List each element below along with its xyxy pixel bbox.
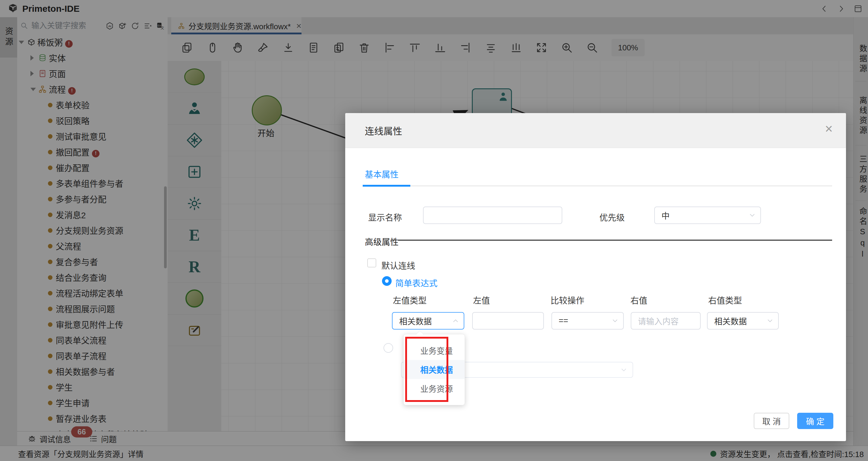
- compare-op-value: ==: [559, 316, 568, 326]
- tab-active-underline: [363, 185, 410, 187]
- advanced-section-label: 高级属性: [365, 236, 399, 248]
- column-label: 比较操作: [551, 294, 584, 306]
- left-type-select[interactable]: 相关数据: [392, 312, 464, 330]
- chevron-down-icon: [620, 366, 628, 374]
- right-type-select[interactable]: 相关数据: [707, 312, 779, 330]
- tab-divider: [365, 185, 832, 186]
- app-window: Primeton-IDE 资源 AIEn文 稀饭粥!实体页面流程!表单校验驳回策…: [0, 0, 868, 461]
- advanced-section-rule: [398, 240, 832, 241]
- simple-expression-radio[interactable]: [382, 276, 392, 286]
- chevron-up-icon: [452, 317, 460, 325]
- priority-select[interactable]: 中: [654, 207, 761, 224]
- column-label: 左值类型: [393, 294, 427, 306]
- dialog-header: 连线属性 ×: [345, 113, 846, 148]
- default-line-checkbox[interactable]: [367, 258, 376, 268]
- chevron-down-icon: [766, 317, 774, 325]
- priority-label: 优先级: [599, 211, 625, 223]
- priority-value: 中: [661, 210, 670, 221]
- default-line-label: 默认连线: [381, 259, 415, 271]
- annotation-red-box: [405, 337, 448, 402]
- cancel-button[interactable]: 取 消: [754, 413, 789, 429]
- left-type-value: 相关数据: [399, 315, 432, 327]
- line-properties-dialog: 连线属性 × 基本属性 显示名称 优先级 中 高级属性 默认连线 简单表达式 左…: [345, 113, 846, 441]
- dialog-title: 连线属性: [365, 113, 402, 148]
- compare-op-select[interactable]: ==: [552, 312, 624, 330]
- display-name-input[interactable]: [423, 207, 562, 224]
- tab-basic-properties[interactable]: 基本属性: [365, 168, 399, 180]
- ok-button[interactable]: 确 定: [797, 413, 833, 429]
- column-label: 右值类型: [708, 294, 742, 306]
- right-value-input[interactable]: 请输入内容: [631, 312, 701, 330]
- chevron-down-icon: [611, 317, 619, 325]
- simple-expression-label[interactable]: 简单表达式: [395, 277, 437, 289]
- secondary-radio[interactable]: [383, 343, 393, 353]
- column-label: 左值: [473, 294, 490, 306]
- display-name-label: 显示名称: [368, 211, 402, 223]
- right-type-value: 相关数据: [714, 315, 747, 327]
- chevron-down-icon: [748, 211, 756, 219]
- right-value-placeholder: 请输入内容: [638, 315, 679, 327]
- left-value-input[interactable]: [472, 312, 544, 330]
- close-icon[interactable]: ×: [825, 122, 833, 135]
- column-label: 右值: [630, 294, 647, 306]
